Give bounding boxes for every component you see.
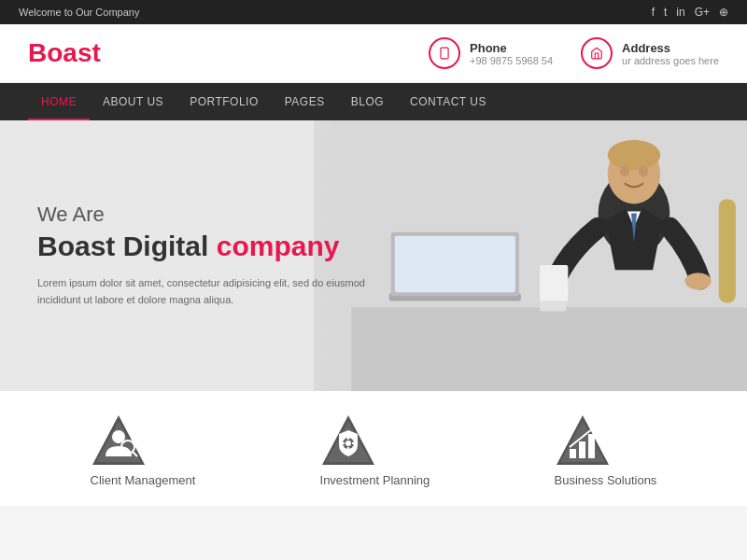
nav-pages[interactable]: PAGES — [272, 83, 338, 120]
client-management-icon — [91, 413, 147, 469]
hero-title-plain: Boast Digital — [37, 231, 208, 261]
hero-content: We Are Boast Digital company Lorem ipsum… — [0, 203, 411, 308]
nav-about[interactable]: ABOUT US — [90, 83, 176, 120]
phone-details: Phone +98 9875 5968 54 — [470, 41, 553, 66]
service-investment-planning: Investment Planning — [320, 413, 430, 487]
address-info: Address ur address goes here — [581, 37, 719, 69]
logo-text: oast — [47, 38, 101, 67]
svg-rect-0 — [441, 48, 448, 59]
service-client-management: Client Management — [91, 413, 196, 487]
hero-subtitle: We Are — [37, 203, 374, 227]
svg-rect-28 — [347, 447, 349, 451]
hero-description: Lorem ipsum dolor sit amet, consectetur … — [37, 275, 374, 308]
nav-blog[interactable]: BLOG — [338, 83, 397, 120]
investment-planning-icon — [320, 413, 376, 469]
svg-rect-15 — [540, 265, 568, 301]
svg-rect-30 — [352, 442, 356, 444]
address-icon — [581, 37, 613, 69]
hero-title-highlight: company — [217, 231, 340, 261]
top-bar: Welcome to Our Company f t in G+ ⊕ — [0, 0, 747, 24]
nav-home[interactable]: HOME — [28, 83, 90, 120]
nav-contact[interactable]: CONTACT US — [397, 83, 500, 120]
social-icons: f t in G+ ⊕ — [652, 6, 728, 19]
service-business-label: Business Solutions — [555, 473, 657, 487]
main-navigation: HOME ABOUT US PORTFOLIO PAGES BLOG CONTA… — [0, 83, 747, 120]
service-investment-label: Investment Planning — [320, 473, 430, 487]
twitter-icon[interactable]: t — [664, 6, 667, 19]
svg-rect-3 — [351, 307, 747, 391]
svg-rect-29 — [341, 442, 345, 444]
rss-icon[interactable]: ⊕ — [719, 6, 728, 19]
address-details: Address ur address goes here — [622, 41, 719, 66]
address-value: ur address goes here — [622, 55, 719, 66]
svg-point-26 — [345, 441, 351, 446]
business-solutions-icon — [555, 413, 611, 469]
hero-title: Boast Digital company — [37, 231, 374, 262]
svg-rect-34 — [579, 441, 585, 458]
phone-value: +98 9875 5968 54 — [470, 55, 553, 66]
hero-section: We Are Boast Digital company Lorem ipsum… — [0, 120, 747, 391]
instagram-icon[interactable]: in — [676, 6, 684, 19]
site-header: Boast Phone +98 9875 5968 54 — [0, 24, 747, 83]
site-logo[interactable]: Boast — [28, 38, 101, 68]
phone-info: Phone +98 9875 5968 54 — [429, 37, 553, 69]
header-contact-info: Phone +98 9875 5968 54 Address ur addres… — [429, 37, 719, 69]
phone-label: Phone — [470, 41, 553, 55]
phone-icon — [429, 37, 460, 69]
services-section: Client Management Investment Planning — [0, 391, 747, 506]
svg-rect-35 — [588, 434, 595, 458]
svg-point-12 — [620, 165, 629, 176]
svg-rect-6 — [395, 236, 515, 293]
svg-point-11 — [608, 140, 660, 170]
googleplus-icon[interactable]: G+ — [695, 6, 710, 19]
svg-rect-17 — [719, 199, 736, 302]
svg-point-16 — [684, 273, 711, 289]
welcome-text: Welcome to Our Company — [19, 7, 139, 18]
svg-rect-27 — [347, 436, 349, 440]
svg-point-13 — [639, 165, 648, 176]
service-business-solutions: Business Solutions — [555, 413, 657, 487]
address-label: Address — [622, 41, 719, 55]
logo-letter: B — [28, 38, 47, 67]
service-client-label: Client Management — [91, 473, 196, 487]
nav-portfolio[interactable]: PORTFOLIO — [176, 83, 272, 120]
svg-rect-33 — [570, 449, 576, 458]
facebook-icon[interactable]: f — [652, 6, 655, 19]
